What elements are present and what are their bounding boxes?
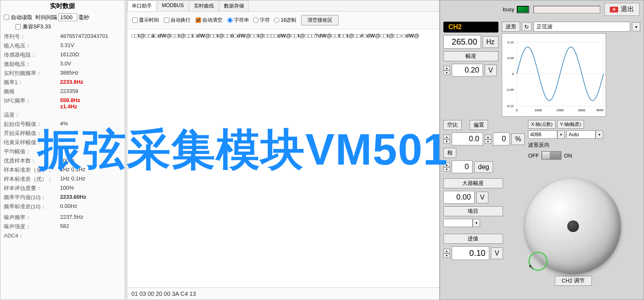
amplifier-label[interactable]: 大器幅度 (443, 178, 503, 188)
data-value: 1Hz 0.1Hz (60, 175, 86, 183)
duty-down[interactable]: ▼ (443, 139, 450, 144)
phase-input[interactable]: 0 (452, 160, 473, 173)
receive-textarea[interactable]: □□t@□□â□dW@□□t@□□ì□dW@□□t@□□ö□dW@□□t@□□□… (127, 29, 439, 288)
fmt-string-radio[interactable]: 字符串 (227, 17, 249, 24)
off-label: OFF (528, 152, 539, 159)
data-value: 4876574720343701 (60, 33, 108, 40)
offset-up[interactable]: ▲ (485, 135, 491, 139)
xaxis-dropdown[interactable]: ▾ (557, 130, 565, 139)
adjustment-dial[interactable]: ↖ (525, 178, 621, 274)
project-label[interactable]: 项目 (443, 206, 503, 216)
step-up[interactable]: ▲ (443, 249, 450, 253)
project-input[interactable] (443, 219, 473, 227)
tab-1[interactable]: MODBUS (157, 0, 189, 11)
waveform-select[interactable]: 正弦波 (533, 22, 630, 32)
interval-input[interactable] (58, 13, 77, 21)
data-value: 223359 (60, 88, 78, 95)
offset-down[interactable]: ▼ (485, 139, 491, 144)
tab-3[interactable]: 数据存储 (219, 0, 249, 11)
panel-title: 实时数据 (4, 2, 121, 10)
amp-up-button[interactable]: ▲ (443, 66, 450, 70)
interval-label: 时间间隔 (35, 14, 57, 21)
data-value: 559.8Hz ±1.4Hz (60, 97, 80, 110)
step-input[interactable]: 0.10 (452, 246, 489, 260)
fmt-hex-radio[interactable]: 16进制 (274, 17, 296, 24)
data-row: 序列号：4876574720343701 (4, 33, 121, 40)
duty-input[interactable]: 0.0 (452, 132, 483, 145)
data-value: 100% (60, 185, 74, 192)
data-label: 温度： (4, 111, 60, 119)
data-row: 开始采样幅值： (4, 130, 121, 137)
waveform-dropdown-button[interactable]: ▾ (632, 22, 640, 31)
step-label[interactable]: 进值 (443, 234, 503, 244)
tab-0[interactable]: 串口助手 (127, 0, 156, 11)
auto-read-label: 自动读取 (11, 14, 33, 21)
auto-clear-checkbox[interactable]: 自动清空 (196, 17, 222, 24)
data-row: 噪声频率：2237.5Hz (4, 214, 121, 221)
yaxis-input[interactable] (566, 130, 596, 139)
clear-receive-button[interactable]: 清空接收区 (301, 15, 339, 25)
data-label: 平均幅值： (4, 148, 60, 155)
amp-down-button[interactable]: ▼ (443, 70, 450, 75)
data-row: ADC4： (4, 232, 121, 240)
tabs: 串口助手MODBUS实时曲线数据存储 (127, 0, 439, 12)
format-radios: 字符串 字符 16进制 (227, 17, 296, 24)
duty-up[interactable]: ▲ (443, 135, 450, 139)
send-textarea[interactable]: 01 03 00 20 00 3A C4 13 (127, 288, 439, 300)
project-dropdown[interactable]: ▾ (473, 219, 480, 227)
data-row: 样本标准差（全）：1Hz 0.1Hz (4, 166, 121, 174)
yaxis-label: Y-轴(幅度) (557, 120, 584, 129)
data-label: 输入电压： (4, 42, 60, 50)
refresh-icon[interactable]: ↻ (522, 22, 532, 31)
waveform-button[interactable]: 波形 (502, 22, 520, 32)
frequency-input[interactable]: 265.00 (443, 35, 481, 49)
svg-text:0.12: 0.12 (507, 40, 513, 44)
data-row: 结束采样幅值： (4, 139, 121, 146)
waveform-plot: 0.12 0.05 0 -0.05 -0.12 0 1000 2000 3000… (502, 33, 606, 117)
tab-2[interactable]: 实时曲线 (189, 0, 219, 11)
frequency-unit: Hz (483, 36, 498, 48)
amplifier-unit: V (476, 192, 488, 203)
offset-input[interactable]: 0 (493, 132, 510, 145)
auto-wrap-checkbox[interactable]: 自动换行 (164, 17, 191, 24)
data-label: 开始采样幅值： (4, 130, 60, 137)
compat-checkbox[interactable] (15, 24, 21, 30)
phase-label[interactable]: 相 (443, 148, 456, 158)
svg-text:2000: 2000 (556, 108, 564, 112)
realtime-data-panel: 实时数据 自动读取 时间间隔 毫秒 兼容SF3.33 序列号：487657472… (0, 0, 125, 300)
data-row: 起始信号幅值：4% (4, 120, 121, 128)
busy-indicator: busy (503, 6, 529, 13)
invert-toggle[interactable] (541, 151, 561, 160)
duty-unit: % (511, 133, 525, 145)
phase-up[interactable]: ▲ (443, 162, 450, 167)
step-down[interactable]: ▼ (443, 253, 450, 258)
data-label: 起始信号幅值： (4, 120, 60, 128)
fmt-char-radio[interactable]: 字符 (253, 17, 270, 24)
offset-button[interactable]: 偏置 (470, 120, 488, 130)
data-label: 结束采样幅值： (4, 139, 60, 146)
svg-text:1000: 1000 (534, 108, 542, 112)
compat-row: 兼容SF3.33 (15, 23, 121, 30)
amplitude-input[interactable]: 0.20 (452, 64, 483, 77)
yaxis-dropdown[interactable]: ▾ (596, 130, 603, 139)
svg-text:0.05: 0.05 (507, 56, 514, 60)
svg-text:0: 0 (516, 108, 518, 112)
data-row: 输入电压：3.31V (4, 42, 121, 50)
data-row: 激励电压：3.0V (4, 60, 121, 68)
data-label: 优质样本数： (4, 157, 60, 165)
exit-button[interactable]: ✕ 退出 (604, 3, 639, 16)
show-time-checkbox[interactable]: 显示时间 (132, 17, 159, 24)
interval-unit: 毫秒 (78, 14, 89, 21)
duty-label[interactable]: 空比 (443, 120, 462, 130)
data-label: 序列号： (4, 33, 60, 40)
amplifier-input[interactable]: 0.00 (443, 191, 475, 204)
phase-down[interactable]: ▼ (443, 167, 450, 172)
phase-unit: deg (474, 161, 493, 173)
svg-text:-0.05: -0.05 (506, 88, 514, 92)
amplitude-label-button[interactable]: 幅度 (443, 51, 498, 61)
data-value: 3.31V (60, 42, 74, 50)
auto-read-checkbox[interactable] (4, 15, 9, 20)
svg-text:0: 0 (512, 72, 514, 76)
data-value: 200个 (60, 157, 75, 165)
xaxis-input[interactable] (528, 130, 557, 139)
